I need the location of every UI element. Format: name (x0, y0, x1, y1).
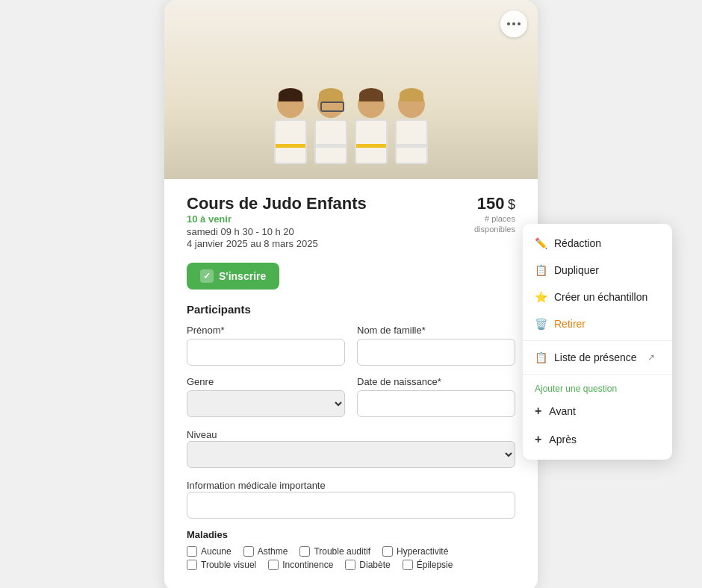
apres-label: Après (549, 434, 577, 445)
redaction-button[interactable]: ✏️ Rédaction (523, 230, 672, 257)
dupliquer-label: Dupliquer (554, 264, 599, 276)
card-body: Cours de Judo Enfants 10 à venir samedi … (164, 179, 538, 588)
apres-button[interactable]: + Après (523, 425, 672, 454)
more-options-button[interactable] (500, 10, 527, 37)
checkbox-hyperactivite-input[interactable] (382, 546, 393, 557)
price-block: 150 $ # places disponibles (448, 194, 515, 235)
child-figure-2 (314, 91, 347, 164)
checkbox-trouble-auditif-input[interactable] (299, 546, 310, 557)
info-med-row: Information médicale importante (187, 478, 515, 519)
plus-apres-icon: + (535, 433, 541, 446)
course-title: Cours de Judo Enfants (187, 194, 367, 213)
child-body-3 (355, 119, 388, 164)
checkbox-trouble-visuel-input[interactable] (187, 560, 197, 570)
dropdown-divider-2 (523, 374, 672, 375)
checkbox-asthme-input[interactable] (243, 546, 254, 557)
child-body-1 (274, 119, 307, 164)
dob-label: Date de naissance* (357, 376, 515, 387)
checkbox-hyperactivite[interactable]: Hyperactivité (382, 546, 448, 557)
child-head-4 (398, 91, 425, 118)
edit-icon: ✏️ (535, 237, 547, 249)
nom-label: Nom de famille* (357, 325, 515, 336)
checkbox-epilepsie[interactable]: Épilepsie (403, 560, 453, 570)
dob-group: Date de naissance* (357, 376, 515, 417)
child-head-2 (317, 91, 344, 118)
child-figure-4 (395, 91, 428, 164)
maladies-checkboxes-row-1: Aucune Asthme Trouble auditif Hyperactiv… (187, 546, 515, 557)
checkbox-trouble-visuel[interactable]: Trouble visuel (187, 560, 256, 570)
creer-echantillon-label: Créer un échantillon (554, 291, 647, 303)
name-row: Prénom* Nom de famille* (187, 325, 515, 366)
child-hair-1 (279, 88, 302, 101)
checkbox-diabete[interactable]: Diabète (345, 560, 390, 570)
checkbox-incontinence[interactable]: Incontinence (268, 560, 333, 570)
child-belt-2 (316, 144, 346, 148)
child-figure-3 (355, 91, 388, 164)
ajouter-question-title: Ajouter une question (523, 378, 672, 397)
list-icon: 📋 (535, 351, 547, 363)
nom-input[interactable] (357, 339, 515, 366)
checkbox-aucune[interactable]: Aucune (187, 546, 232, 557)
spots-available: disponibles (474, 225, 515, 234)
checkbox-diabete-input[interactable] (345, 560, 355, 570)
copy-icon: 📋 (535, 264, 547, 276)
dob-input[interactable] (357, 390, 515, 417)
maladies-title: Maladies (187, 529, 515, 540)
liste-presence-button[interactable]: 📋 Liste de présence ↗ (523, 344, 672, 371)
dupliquer-button[interactable]: 📋 Dupliquer (523, 257, 672, 284)
judo-scene (164, 0, 538, 179)
child-hair-2 (319, 88, 343, 101)
course-info: Cours de Judo Enfants 10 à venir samedi … (187, 194, 367, 260)
price-row: 150 $ (448, 194, 515, 213)
child-head-1 (277, 91, 304, 118)
checkbox-trouble-auditif[interactable]: Trouble auditif (299, 546, 370, 557)
prenom-label: Prénom* (187, 325, 345, 336)
genre-group: Genre Masculin Féminin (187, 376, 345, 417)
maladies-section: Maladies Aucune Asthme Trouble auditif H… (187, 529, 515, 570)
checkbox-epilepsie-input[interactable] (403, 560, 413, 570)
participants-section-title: Participants (187, 303, 515, 316)
child-belt-1 (276, 144, 305, 148)
schedule-text: samedi 09 h 30 - 10 h 20 (187, 226, 367, 237)
retirer-button[interactable]: 🗑️ Retirer (523, 310, 672, 337)
trash-icon: 🗑️ (535, 318, 547, 330)
date-range: 4 janvier 2025 au 8 mars 2025 (187, 238, 367, 249)
register-label: S'inscrire (219, 270, 266, 282)
star-icon: ⭐ (535, 291, 547, 303)
avant-button[interactable]: + Avant (523, 397, 672, 425)
genre-dob-row: Genre Masculin Féminin Date de naissance… (187, 376, 515, 417)
niveau-label: Niveau (187, 429, 217, 440)
maladies-checkboxes-row-2: Trouble visuel Incontinence Diabète Épil… (187, 560, 515, 570)
genre-label: Genre (187, 376, 345, 387)
creer-echantillon-button[interactable]: ⭐ Créer un échantillon (523, 284, 672, 310)
dropdown-divider-1 (523, 340, 672, 341)
card-header-row: Cours de Judo Enfants 10 à venir samedi … (187, 194, 515, 260)
avant-label: Avant (549, 405, 576, 417)
redaction-label: Rédaction (554, 237, 601, 249)
checkbox-incontinence-input[interactable] (268, 560, 279, 570)
child-hair-3 (359, 88, 383, 101)
prenom-input[interactable] (187, 339, 345, 366)
activity-card: Cours de Judo Enfants 10 à venir samedi … (164, 0, 538, 588)
prenom-group: Prénom* (187, 325, 345, 366)
checkbox-aucune-input[interactable] (187, 546, 197, 557)
card-image (164, 0, 538, 179)
dropdown-menu: ✏️ Rédaction 📋 Dupliquer ⭐ Créer un écha… (523, 224, 672, 460)
child-head-3 (358, 91, 385, 118)
niveau-select[interactable] (187, 441, 515, 468)
three-dots-icon (507, 22, 521, 25)
checkmark-icon: ✓ (200, 269, 214, 283)
price-amount: 150 (477, 194, 505, 213)
child-body-2 (314, 119, 347, 164)
child-hair-4 (400, 88, 423, 101)
genre-select[interactable]: Masculin Féminin (187, 390, 345, 417)
register-button[interactable]: ✓ S'inscrire (187, 263, 279, 290)
plus-avant-icon: + (535, 404, 541, 418)
spots-label: # places (485, 214, 515, 223)
external-link-icon: ↗ (647, 352, 655, 363)
info-med-input[interactable] (187, 492, 515, 519)
niveau-row: Niveau (187, 428, 515, 468)
child-figure-1 (274, 91, 307, 164)
checkbox-asthme[interactable]: Asthme (243, 546, 288, 557)
child-belt-4 (397, 144, 426, 148)
